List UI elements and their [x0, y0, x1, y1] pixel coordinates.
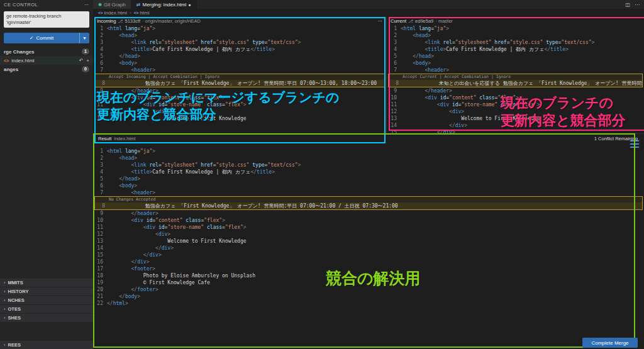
sidebar-bottom-sections: ›MMITS›HISTORY›NCHES›OTES›SHES›REES [0, 278, 93, 349]
code-text: <div id="store-name" class="flex"> [401, 101, 644, 108]
code-line: 11 <div id="store-name" class="flex"> [93, 101, 386, 108]
conflict-actions[interactable]: Accept Incoming | Accept Combination | I… [95, 74, 384, 80]
incoming-commit-hash: 5133cff [125, 18, 140, 24]
commit-message-input[interactable]: ge remote-tracking branch 'igin/master' [4, 11, 89, 28]
code-text: <html lang="ja"> [401, 25, 644, 32]
editor-more-icon[interactable]: ⋯ [635, 2, 640, 8]
code-text: </header> [401, 87, 644, 94]
code-line: 3 <link rel="stylesheet" href="style.css… [93, 162, 644, 169]
code-line: 5 </head> [93, 175, 644, 182]
line-number: 8 [389, 80, 402, 87]
code-text: <footer> [107, 265, 644, 272]
code-line: 1<html lang="ja"> [93, 25, 386, 32]
code-text: </header> [107, 87, 386, 94]
split-editor-icon[interactable]: ◫ [625, 2, 630, 8]
code-text: <header> [401, 67, 644, 74]
sidebar-section-history[interactable]: ›HISTORY [0, 287, 93, 296]
line-number: 1 [93, 25, 107, 32]
line-number: 14 [93, 245, 107, 252]
line-number: 10 [387, 94, 401, 101]
stage-changes-icon[interactable]: + [86, 58, 89, 64]
code-line: 9 </header> [387, 87, 644, 94]
tabbar-spacer [197, 0, 621, 9]
line-number: 9 [93, 87, 107, 94]
merge-editor: Incoming ⎇ 5133cff · origin/master, orig… [93, 17, 644, 349]
code-text: </head> [107, 175, 644, 182]
changed-file-item[interactable]: <> index.html ↶ + [0, 56, 93, 65]
commit-button[interactable]: ✓ Commit [4, 33, 80, 43]
code-text: </html> [107, 300, 644, 307]
code-line: 4 <title>Cafe First Knowledge | 都内 カフェ</… [387, 46, 644, 53]
code-text: 勉強会カフェ 「First Knowledge」 オープン! 営業時間:平日 0… [109, 80, 384, 87]
code-text: </body> [107, 293, 644, 300]
conflict-actions[interactable]: No Changes Accepted [95, 197, 642, 202]
line-number: 7 [387, 67, 401, 74]
html-file-icon: <> [4, 58, 9, 63]
line-number: 13 [93, 115, 107, 122]
line-number: 4 [93, 46, 107, 53]
line-number: 13 [93, 238, 107, 245]
tab-git-graph[interactable]: ◉ Git Graph [93, 0, 131, 9]
code-icon: <> [134, 11, 139, 15]
sidebar-section-label: SHES [8, 315, 21, 321]
line-number: 4 [387, 46, 401, 53]
changes-section[interactable]: anges 0 [0, 65, 93, 74]
result-code-view: 1<html lang="ja">2 <head>3 <link rel="st… [93, 143, 644, 349]
sidebar-section-label: MMITS [8, 280, 23, 285]
discard-changes-icon[interactable]: ↶ [79, 58, 84, 64]
sidebar-section-shes[interactable]: ›SHES [0, 313, 93, 322]
code-text: <header> [107, 189, 644, 196]
code-line: 13 Welcome to First Knowledge [387, 115, 644, 122]
code-line: 12 <div> [93, 108, 386, 115]
code-line: 2 <head> [93, 32, 386, 39]
line-number: 7 [93, 189, 107, 196]
merge-changes-label: rge Changes [4, 49, 34, 55]
git-graph-icon: ◉ [98, 2, 102, 7]
commit-dropdown-button[interactable]: ▾ [80, 33, 89, 43]
breadcrumb-separator-icon: › [130, 10, 131, 16]
line-number: 10 [93, 94, 107, 101]
code-text: </footer> [107, 286, 644, 293]
code-text: © First Knowledge Cafe [107, 279, 644, 286]
code-line: 6 <body> [93, 182, 644, 189]
sidebar-section-label: REES [8, 342, 21, 348]
conflict-actions[interactable]: Accept Current | Accept Combination | Ig… [389, 74, 642, 80]
conflict-block: No Changes Accepted8 勉強会カフェ 「First Knowl… [94, 196, 643, 210]
code-line: 10 <div id="content" class="flex"> [93, 94, 386, 101]
code-line: 13 Welcome to First Knowledge [93, 115, 386, 122]
sidebar-section-label: OTES [8, 306, 21, 312]
sidebar-section-label: HISTORY [8, 289, 29, 294]
code-line: 1<html lang="ja"> [387, 25, 644, 32]
code-line: 10 <div id="content" class="flex"> [387, 94, 644, 101]
line-number: 22 [93, 300, 107, 307]
code-line: 19 © First Knowledge Cafe [93, 279, 644, 286]
complete-merge-button[interactable]: Complete Merge [582, 338, 638, 348]
sidebar-section-otes[interactable]: ›OTES [0, 304, 93, 313]
code-line: 8 勉強会カフェ 「First Knowledge」 オープン! 営業時間:平日… [95, 202, 642, 209]
merge-top-row: Incoming ⎇ 5133cff · origin/master, orig… [93, 17, 644, 134]
code-text: <header> [107, 67, 386, 74]
code-line: 13 Welcome to First Knowledge [93, 238, 644, 245]
incoming-pane-header: Incoming ⎇ 5133cff · origin/master, orig… [93, 17, 386, 25]
merge-changes-section[interactable]: rge Changes 1 [0, 47, 93, 56]
code-text: <div> [107, 108, 386, 115]
sidebar-section-nches[interactable]: ›NCHES [0, 296, 93, 304]
tab-merging-index-html[interactable]: ⇄ Merging: index.html ● [131, 0, 197, 9]
breadcrumb-node[interactable]: <> html [134, 10, 150, 16]
more-icon[interactable]: ⋯ [84, 2, 89, 8]
line-number: 1 [387, 25, 401, 32]
line-number: 5 [93, 175, 107, 182]
overview-ruler-marks [630, 140, 639, 148]
sidebar-section-rees[interactable]: ›REES [0, 340, 93, 349]
breadcrumb-file-label: index.html [104, 10, 127, 16]
current-pane-header: Current ⎇ ed9e5a9 · master [387, 17, 644, 25]
branch-icon: ⎇ [118, 19, 123, 24]
more-icon[interactable]: ⋯ [378, 18, 383, 24]
sidebar-section-mmits[interactable]: ›MMITS [0, 278, 93, 287]
incoming-code-view: 1<html lang="ja">2 <head>3 <link rel="st… [93, 25, 386, 133]
code-text: </div> [401, 129, 644, 133]
conflict-block: Accept Incoming | Accept Combination | I… [94, 74, 385, 87]
breadcrumb-file[interactable]: <> index.html [98, 10, 127, 16]
code-line: 15 </div> [387, 129, 644, 133]
line-number: 6 [387, 60, 401, 67]
